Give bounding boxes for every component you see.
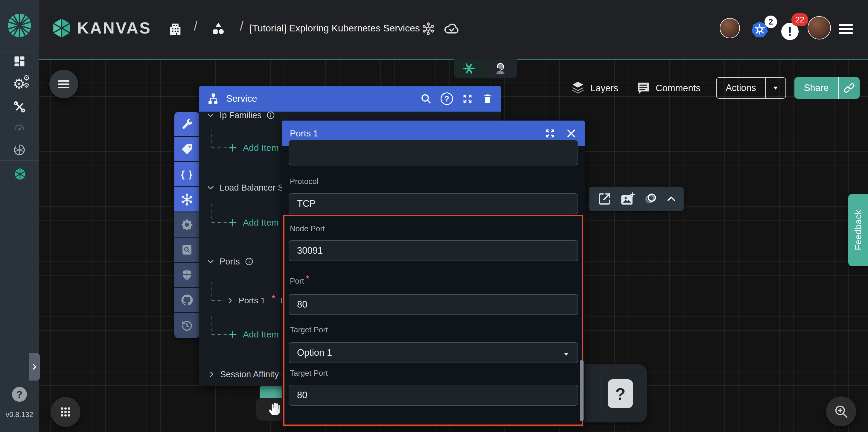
designs-icon[interactable] — [211, 21, 226, 36]
cloud-sync-icon[interactable] — [443, 20, 460, 37]
brand-name[interactable]: KANVAS — [77, 19, 151, 37]
kanvas-app: ? — [0, 0, 868, 432]
modal-close-icon[interactable] — [566, 128, 577, 139]
add-image-icon[interactable] — [620, 191, 635, 207]
share-button[interactable]: Share — [795, 77, 860, 99]
add-item-ports[interactable]: Add Item — [228, 326, 279, 343]
actions-button[interactable]: Actions — [716, 77, 786, 99]
section-ip-families[interactable]: Ip Families — [206, 107, 275, 124]
collapse-toolbar-icon[interactable] — [666, 193, 677, 204]
section-session-affinity[interactable]: Session Affinity Co — [208, 366, 292, 383]
name-field-partial[interactable] — [289, 140, 578, 165]
collaborator-avatar[interactable] — [720, 18, 740, 38]
item-ports-1[interactable]: Ports 1 * — [226, 292, 289, 309]
tree-guide — [211, 316, 212, 334]
tool-history[interactable] — [175, 313, 199, 338]
canvas-menu-button[interactable] — [49, 70, 78, 98]
tool-security[interactable] — [175, 263, 199, 288]
zoom-button[interactable] — [826, 396, 856, 426]
sidebar-item-kanvas[interactable] — [13, 167, 27, 181]
info-icon[interactable] — [266, 111, 275, 120]
section-ports[interactable]: Ports — [206, 253, 254, 270]
section-label: Ports — [220, 257, 240, 267]
help-button[interactable]: ? — [608, 379, 633, 408]
link-icon — [843, 82, 855, 94]
tool-github[interactable] — [175, 288, 199, 313]
feedback-tab[interactable]: Feedback — [848, 194, 868, 266]
layers-label: Layers — [590, 83, 618, 94]
design-title[interactable]: [Tutorial] Exploring Kubernetes Services — [249, 23, 420, 34]
info-icon[interactable] — [245, 257, 254, 266]
sidebar-item-configuration[interactable] — [13, 100, 26, 113]
tool-json[interactable]: { } — [175, 162, 199, 187]
chevron-down-icon — [206, 183, 215, 192]
tool-settings[interactable] — [175, 212, 199, 238]
tool-configure[interactable] — [175, 112, 199, 137]
tool-inspect[interactable] — [175, 238, 199, 263]
expand-icon[interactable] — [462, 93, 473, 105]
github-icon — [180, 294, 193, 307]
actions-caret[interactable] — [766, 78, 785, 98]
app-header: KANVAS / / [Tutorial] Exploring Kubernet… — [0, 0, 868, 59]
kanvas-icon — [13, 167, 27, 181]
node-port-field[interactable]: 30091 — [289, 240, 578, 261]
add-item-ip-families[interactable]: Add Item — [228, 140, 279, 156]
tree-guide — [211, 129, 212, 148]
layers-icon — [570, 81, 586, 96]
comments-label: Comments — [656, 83, 701, 94]
sidebar-item-dashboard[interactable] — [13, 55, 26, 68]
canvas-quick-toolbar — [589, 187, 684, 211]
copy-link-button[interactable] — [839, 77, 860, 99]
header-menu-button[interactable] — [839, 22, 853, 36]
field-label: Target Port — [290, 369, 328, 378]
target-port-field[interactable]: 80 — [289, 385, 578, 406]
support-agent-button[interactable] — [484, 59, 517, 79]
sidebar-help-button[interactable]: ? — [12, 387, 27, 402]
sidebar-item-performance[interactable] — [13, 122, 26, 135]
modal-scrollbar[interactable] — [580, 360, 584, 421]
protocol-field[interactable]: TCP — [289, 193, 578, 214]
app-sidebar: ⚙ ⚙ ⚙ ? v0.8.132 — [0, 0, 39, 432]
assistant-mini-toolbar — [454, 59, 517, 79]
org-icon[interactable] — [167, 21, 183, 36]
widgets-button[interactable] — [51, 397, 81, 427]
search-icon[interactable] — [420, 92, 432, 105]
open-in-new-icon[interactable] — [597, 191, 612, 207]
breadcrumb-separator: / — [194, 19, 197, 33]
item-label: Ports 1 — [239, 296, 265, 305]
sidebar-expand-tab[interactable] — [29, 353, 40, 380]
layer5-logo[interactable] — [5, 11, 33, 39]
dashboard-icon — [13, 55, 26, 68]
gear-icon — [181, 218, 193, 231]
chevron-down-icon — [206, 257, 215, 266]
actions-label: Actions — [725, 83, 756, 93]
user-avatar[interactable] — [808, 16, 831, 39]
delete-icon[interactable] — [482, 93, 493, 104]
tool-labels[interactable] — [175, 137, 199, 162]
meshery-icon — [13, 143, 26, 156]
layers-control[interactable]: Layers — [570, 79, 618, 98]
sidebar-item-lifecycle[interactable]: ⚙ ⚙ ⚙ — [13, 77, 31, 90]
pan-hand-icon[interactable] — [268, 401, 284, 417]
chevron-right-icon — [208, 370, 215, 378]
version-label: v0.8.132 — [0, 410, 39, 419]
ai-assistant-button[interactable] — [454, 59, 484, 79]
tag-icon — [180, 143, 193, 156]
port-field[interactable]: 80 — [289, 294, 578, 315]
add-item-label: Add Item — [243, 217, 279, 228]
section-label: Session Affinity Co — [220, 369, 292, 379]
section-load-balancer[interactable]: Load Balancer Sou — [206, 179, 293, 196]
tool-relationships[interactable] — [175, 187, 199, 212]
grid-dots-icon — [59, 405, 72, 419]
wrench-icon — [180, 118, 193, 131]
comments-control[interactable]: Comments — [636, 79, 701, 98]
visualize-icon[interactable] — [421, 22, 435, 36]
modal-expand-icon[interactable] — [544, 127, 556, 140]
target-port-select[interactable]: Option 1 — [289, 342, 578, 363]
protocol-value: TCP — [297, 198, 315, 209]
add-item-load-balancer[interactable]: Add Item — [228, 214, 279, 231]
help-icon[interactable]: ? — [441, 92, 453, 105]
help-dock-divider — [600, 373, 601, 413]
motion-icon[interactable] — [643, 191, 658, 207]
sidebar-item-meshery[interactable] — [13, 143, 26, 156]
